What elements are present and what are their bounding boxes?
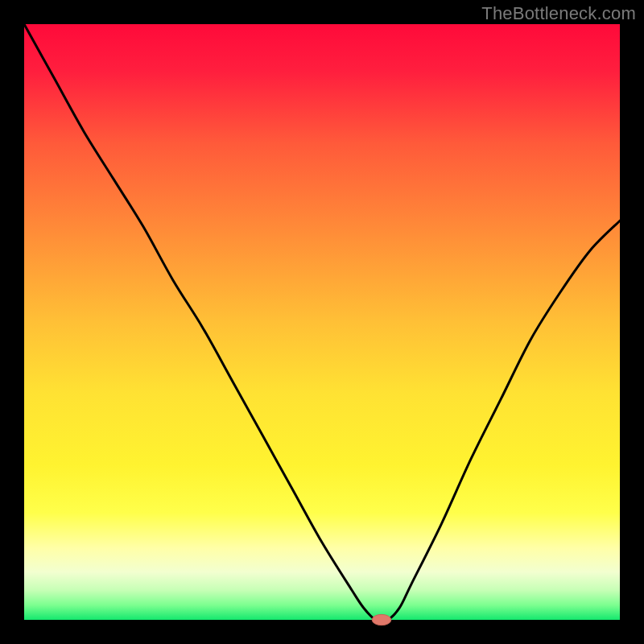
plot-background: [24, 24, 620, 620]
app-frame: TheBottleneck.com: [0, 0, 644, 644]
optimal-point-marker: [372, 614, 391, 625]
bottleneck-chart: [0, 0, 644, 644]
watermark-text: TheBottleneck.com: [481, 3, 636, 24]
